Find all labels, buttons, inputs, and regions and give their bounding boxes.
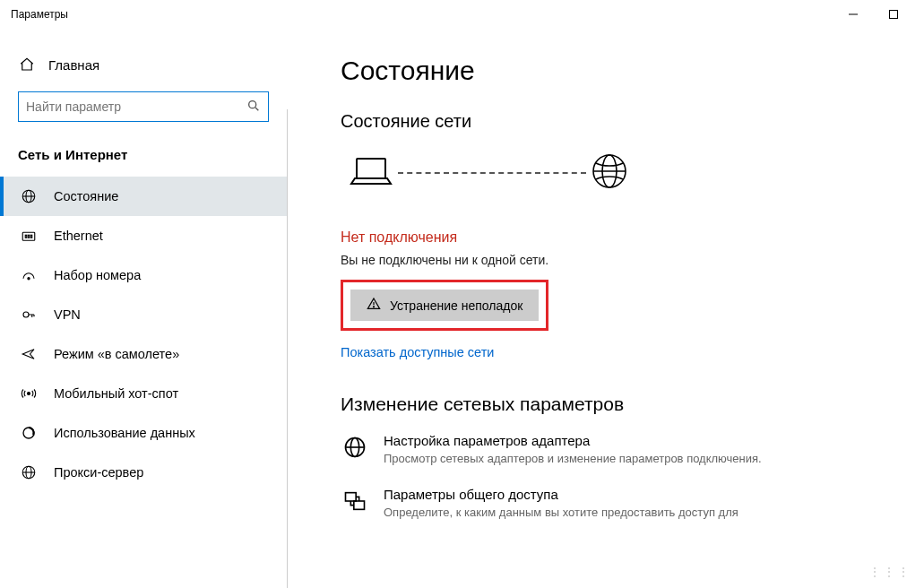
no-connection-text: Вы не подключены ни к одной сети. — [341, 253, 924, 267]
home-icon — [18, 56, 36, 74]
svg-rect-9 — [28, 235, 30, 238]
minimize-button[interactable] — [833, 1, 873, 28]
maximize-button[interactable] — [873, 1, 913, 28]
warning-icon — [367, 297, 381, 314]
sharing-icon — [342, 489, 367, 521]
sharing-settings-item[interactable]: Параметры общего доступа Определите, к к… — [341, 487, 924, 521]
sidebar-item-airplane[interactable]: Режим «в самолете» — [0, 334, 287, 374]
svg-point-23 — [373, 307, 374, 307]
main-content: Состояние Состояние сети Нет подключения… — [287, 29, 924, 588]
troubleshoot-button[interactable]: Устранение неполадок — [350, 290, 539, 321]
show-networks-link[interactable]: Показать доступные сети — [341, 345, 494, 359]
sidebar-item-vpn[interactable]: VPN — [0, 295, 287, 334]
titlebar: Параметры — [0, 0, 924, 29]
page-title: Состояние — [341, 56, 924, 86]
svg-rect-18 — [357, 159, 385, 178]
hotspot-icon — [20, 385, 38, 402]
svg-rect-1 — [889, 11, 897, 19]
globe-icon — [20, 187, 38, 205]
network-status-heading: Состояние сети — [341, 111, 924, 132]
sidebar-item-proxy[interactable]: Прокси-сервер — [0, 453, 287, 492]
globe-large-icon — [590, 151, 629, 194]
sidebar-item-label: Ethernet — [54, 229, 103, 243]
sidebar-item-status[interactable]: Состояние — [0, 177, 287, 216]
laptop-icon — [348, 153, 394, 192]
datausage-icon — [20, 424, 38, 442]
connection-line — [398, 172, 586, 174]
svg-point-13 — [28, 393, 30, 395]
svg-rect-27 — [346, 493, 357, 501]
airplane-icon — [20, 345, 38, 363]
sidebar-item-label: Состояние — [54, 189, 118, 203]
svg-line-3 — [255, 108, 258, 110]
svg-point-2 — [249, 100, 256, 108]
sidebar-item-hotspot[interactable]: Мобильный хот-спот — [0, 374, 287, 413]
sidebar-item-label: Использование данных — [54, 426, 195, 440]
resize-grip[interactable]: ⋮⋮⋮ — [868, 565, 911, 579]
search-box[interactable] — [18, 91, 269, 122]
sharing-title: Параметры общего доступа — [384, 487, 738, 502]
ethernet-icon — [20, 227, 38, 245]
svg-rect-10 — [30, 235, 32, 238]
sidebar-item-dialup[interactable]: Набор номера — [0, 255, 287, 295]
highlight-annotation: Устранение неполадок — [341, 280, 548, 331]
sidebar-item-datausage[interactable]: Использование данных — [0, 413, 287, 453]
window-controls — [833, 1, 913, 28]
sidebar-item-ethernet[interactable]: Ethernet — [0, 216, 287, 255]
svg-rect-7 — [22, 232, 35, 240]
home-link[interactable]: Главная — [0, 47, 287, 82]
svg-point-11 — [28, 278, 30, 280]
svg-point-12 — [23, 312, 29, 317]
search-icon — [246, 99, 261, 116]
vpn-icon — [20, 306, 38, 324]
sidebar-item-label: Набор номера — [54, 268, 141, 282]
adapter-icon — [342, 435, 367, 467]
home-label: Главная — [48, 57, 99, 73]
svg-rect-28 — [354, 501, 365, 509]
sharing-desc: Определите, к каким данным вы хотите пре… — [384, 505, 738, 521]
adapter-desc: Просмотр сетевых адаптеров и изменение п… — [384, 451, 762, 467]
window-title: Параметры — [11, 8, 833, 21]
troubleshoot-label: Устранение неполадок — [390, 298, 522, 313]
search-input[interactable] — [26, 99, 246, 114]
sidebar-item-label: Прокси-сервер — [54, 465, 143, 480]
sidebar: Главная Сеть и Интернет Состояние Ethern… — [0, 29, 287, 588]
sidebar-item-label: Режим «в самолете» — [54, 347, 179, 361]
sidebar-item-label: Мобильный хот-спот — [54, 386, 178, 401]
network-diagram — [341, 151, 924, 194]
dialup-icon — [20, 266, 38, 284]
no-connection-heading: Нет подключения — [341, 229, 924, 246]
adapter-title: Настройка параметров адаптера — [384, 433, 762, 448]
proxy-icon — [20, 463, 38, 481]
change-settings-heading: Изменение сетевых параметров — [341, 393, 924, 415]
svg-rect-8 — [25, 235, 27, 238]
adapter-settings-item[interactable]: Настройка параметров адаптера Просмотр с… — [341, 433, 924, 467]
category-header: Сеть и Интернет — [0, 140, 287, 177]
sidebar-item-label: VPN — [54, 307, 81, 322]
